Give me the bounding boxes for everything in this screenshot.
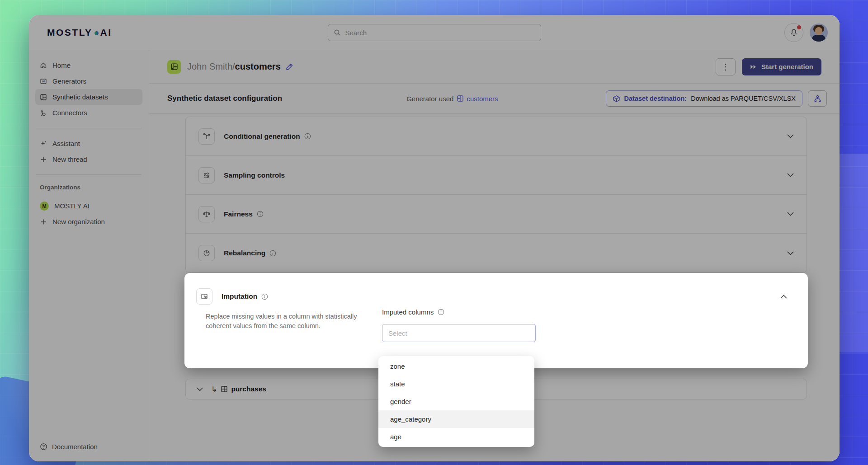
option-zone[interactable]: zone xyxy=(378,357,534,375)
section-label: Imputation xyxy=(222,292,257,301)
field-label: Imputed columns xyxy=(382,308,434,316)
background-panel-shape xyxy=(836,154,868,352)
imputed-columns-field: Imputed columns xyxy=(382,308,536,342)
imputation-description: Replace missing values in a column with … xyxy=(206,312,357,342)
option-age[interactable]: age xyxy=(378,428,534,446)
app-window: MOSTLY AI Home xyxy=(29,15,840,461)
imputation-body: Replace missing values in a column with … xyxy=(184,305,808,342)
info-icon[interactable] xyxy=(438,309,444,315)
table-columns-icon xyxy=(196,288,212,305)
option-state[interactable]: state xyxy=(378,375,534,393)
imputed-columns-select[interactable] xyxy=(382,324,536,342)
option-gender[interactable]: gender xyxy=(378,393,534,410)
imputation-header[interactable]: Imputation xyxy=(184,273,808,305)
imputation-card: Imputation Replace missing values in a c… xyxy=(184,273,808,368)
info-icon[interactable] xyxy=(261,293,268,300)
chevron-up-icon[interactable] xyxy=(780,295,787,299)
option-age-category[interactable]: age_category xyxy=(378,410,534,428)
column-options-dropdown: zone state gender age_category age xyxy=(378,356,534,447)
